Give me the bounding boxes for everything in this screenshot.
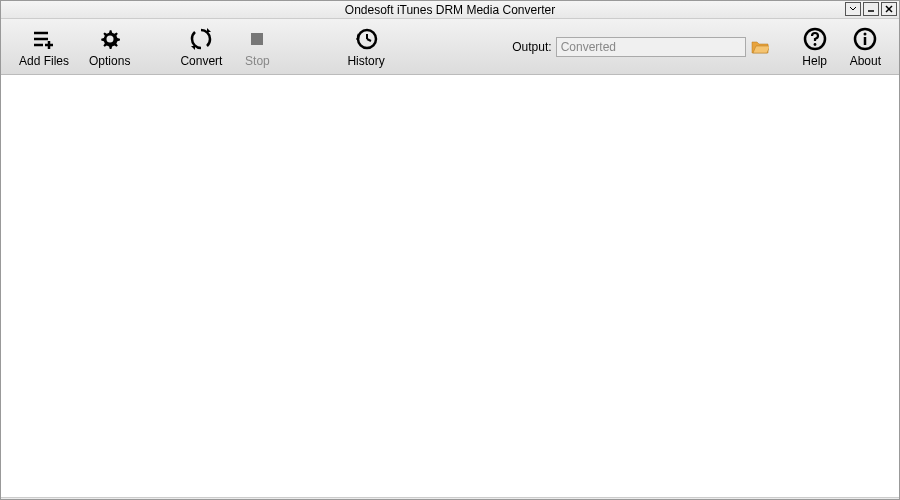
stop-icon xyxy=(244,26,270,52)
content-area xyxy=(1,75,899,497)
svg-rect-9 xyxy=(251,33,263,45)
browse-folder-button[interactable] xyxy=(750,37,770,57)
stop-button: Stop xyxy=(232,22,282,72)
options-button[interactable]: Options xyxy=(79,22,140,72)
convert-label: Convert xyxy=(180,54,222,68)
window-title: Ondesoft iTunes DRM Media Converter xyxy=(345,3,555,17)
info-icon xyxy=(852,26,878,52)
output-input[interactable] xyxy=(556,37,746,57)
gear-icon xyxy=(97,26,123,52)
add-files-icon xyxy=(31,26,57,52)
help-label: Help xyxy=(802,54,827,68)
about-label: About xyxy=(850,54,881,68)
minimize-button[interactable] xyxy=(863,2,879,16)
toolbar: Add Files Options Convert xyxy=(1,19,899,75)
history-icon xyxy=(353,26,379,52)
add-files-button[interactable]: Add Files xyxy=(9,22,79,72)
stop-label: Stop xyxy=(245,54,270,68)
svg-line-12 xyxy=(367,39,371,41)
svg-point-16 xyxy=(864,32,867,35)
dropdown-button[interactable] xyxy=(845,2,861,16)
titlebar: Ondesoft iTunes DRM Media Converter xyxy=(1,1,899,19)
options-label: Options xyxy=(89,54,130,68)
window-controls xyxy=(845,2,897,16)
convert-icon xyxy=(188,26,214,52)
help-icon xyxy=(802,26,828,52)
history-label: History xyxy=(347,54,384,68)
close-button[interactable] xyxy=(881,2,897,16)
help-button[interactable]: Help xyxy=(790,22,840,72)
convert-button[interactable]: Convert xyxy=(170,22,232,72)
output-group: Output: xyxy=(512,37,769,57)
add-files-label: Add Files xyxy=(19,54,69,68)
history-button[interactable]: History xyxy=(337,22,394,72)
about-button[interactable]: About xyxy=(840,22,891,72)
output-label: Output: xyxy=(512,40,551,54)
svg-point-14 xyxy=(813,43,816,46)
svg-point-8 xyxy=(106,35,113,42)
